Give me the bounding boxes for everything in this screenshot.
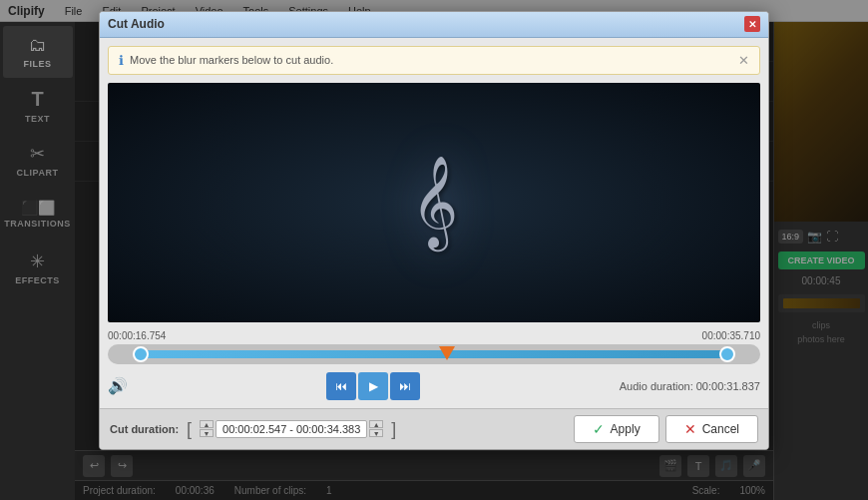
modal-video-preview: 𝄞 [108, 83, 760, 322]
bracket-left: [ [187, 420, 192, 438]
info-bar-content: ℹ Move the blur markers below to cut aud… [119, 53, 333, 68]
prev-button[interactable]: ⏮ [326, 372, 356, 400]
time-range-input[interactable]: 00:00:02.547 - 00:00:34.383 [216, 420, 367, 438]
spinner-down-right[interactable]: ▼ [369, 429, 383, 437]
spinner-buttons-right[interactable]: ▲ ▼ [369, 420, 383, 437]
info-bar-text: Move the blur markers below to cut audio… [130, 54, 333, 66]
modal-overlay: Cut Audio ✕ ℹ Move the blur markers belo… [0, 0, 868, 500]
time-end-label: 00:00:35.710 [702, 330, 760, 341]
bracket-right: ] [391, 420, 396, 438]
scrubber-area: 00:00:16.754 00:00:35.710 [108, 330, 760, 364]
time-range-text: 00:00:02.547 - 00:00:34.383 [222, 423, 360, 435]
action-buttons: ✓ Apply ✕ Cancel [574, 415, 758, 443]
scrubber-marker-start[interactable] [133, 346, 149, 362]
modal-title-bar: Cut Audio ✕ [100, 12, 768, 38]
spinner-buttons-left[interactable]: ▲ ▼ [200, 420, 214, 437]
info-bar: ℹ Move the blur markers below to cut aud… [108, 46, 760, 75]
check-icon: ✓ [593, 421, 605, 437]
cancel-label: Cancel [702, 422, 739, 436]
scrubber-playhead[interactable] [439, 346, 455, 360]
next-button[interactable]: ⏭ [390, 372, 420, 400]
cancel-button[interactable]: ✕ Cancel [665, 415, 758, 443]
modal-close-button[interactable]: ✕ [744, 16, 760, 32]
time-labels: 00:00:16.754 00:00:35.710 [108, 330, 760, 341]
spinner-up-left[interactable]: ▲ [200, 420, 214, 428]
time-start-label: 00:00:16.754 [108, 330, 166, 341]
audio-duration-label: Audio duration: [620, 380, 693, 392]
play-buttons: ⏮ ▶ ⏭ [326, 372, 420, 400]
modal-title: Cut Audio [108, 17, 165, 31]
app-window: Clipify File Edit Project Video Tools Se… [0, 0, 868, 500]
cut-duration-bar: Cut duration: [ ▲ ▼ 00:00:02.547 - 00:00… [100, 408, 768, 449]
audio-duration-value: 00:00:31.837 [696, 380, 760, 392]
music-note-icon: 𝄞 [411, 156, 458, 249]
cut-audio-modal: Cut Audio ✕ ℹ Move the blur markers belo… [99, 11, 769, 450]
playback-controls: 🔊 ⏮ ▶ ⏭ Audio duration: 00:00:31.837 [108, 372, 760, 400]
time-range-control: ▲ ▼ 00:00:02.547 - 00:00:34.383 ▲ ▼ [200, 420, 383, 438]
spinner-down-left[interactable]: ▼ [200, 429, 214, 437]
apply-button[interactable]: ✓ Apply [574, 415, 659, 443]
scrubber-marker-end[interactable] [719, 346, 735, 362]
audio-duration-text: Audio duration: 00:00:31.837 [620, 380, 760, 392]
apply-label: Apply [611, 422, 641, 436]
volume-icon[interactable]: 🔊 [108, 376, 128, 395]
play-button[interactable]: ▶ [358, 372, 388, 400]
x-icon: ✕ [684, 421, 696, 437]
spinner-up-right[interactable]: ▲ [369, 420, 383, 428]
info-close-button[interactable]: ✕ [738, 53, 749, 68]
info-icon: ℹ [119, 53, 124, 68]
scrubber-track[interactable] [108, 344, 760, 364]
scrubber-fill [141, 350, 728, 358]
cut-duration-label: Cut duration: [110, 423, 179, 435]
